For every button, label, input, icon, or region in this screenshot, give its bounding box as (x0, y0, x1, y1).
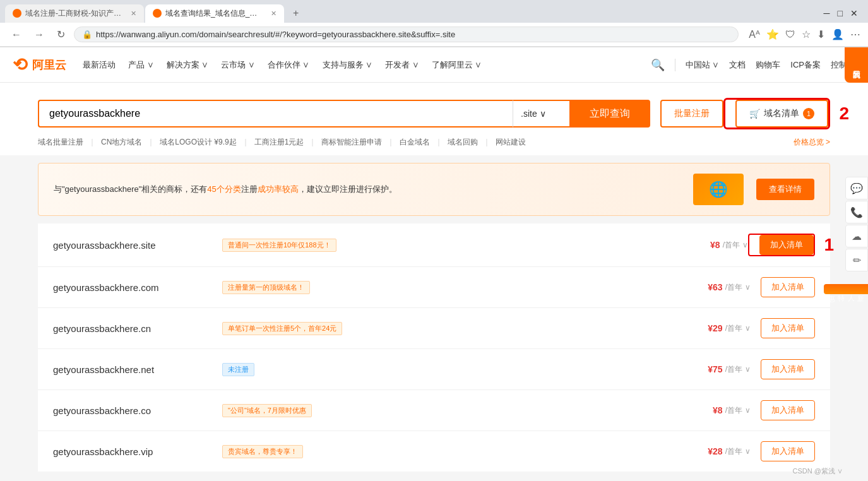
add-to-list-btn-1[interactable]: 加入清单 (761, 277, 815, 297)
new-tab-button[interactable]: + (285, 4, 306, 23)
my-aliyun-btn[interactable]: 我的阿里云 (845, 47, 868, 83)
banner-highlight-1: 45个分类 (207, 184, 241, 194)
nav-cart[interactable]: 购物车 (756, 59, 780, 71)
forward-btn[interactable]: → (30, 28, 48, 42)
tab-1[interactable]: 域名注册-工商财税-知识产权-差... ✕ (5, 4, 144, 23)
browser-window-controls: ─ □ ✕ (819, 6, 863, 21)
user-avatar[interactable]: 👤 (831, 28, 844, 40)
sidebar-chat[interactable]: 💬 (845, 177, 868, 199)
add-to-list-btn-0[interactable]: 加入清单 (759, 235, 814, 255)
nav-icp[interactable]: ICP备案 (790, 59, 821, 71)
nav-about[interactable]: 了解阿里云 ∨ (431, 57, 484, 73)
link-trademark[interactable]: 商标智能注册申请 (321, 137, 382, 148)
minimize-btn[interactable]: ─ (824, 8, 830, 18)
domain-row-2: getyourassbackhere.cn 单笔订单一次性注册5个，首年24元 … (38, 308, 830, 349)
trademark-banner: 与"getyourassbackhere"相关的商标，还有45个分类注册成功率较… (38, 163, 830, 216)
address-bar[interactable]: 🔒 https://wanwang.aliyun.com/domain/sear… (74, 27, 739, 42)
links-row: 域名批量注册 ｜ CN地方域名 ｜ 域名LOGO设计 ¥9.9起 ｜ 工商注册1… (38, 137, 830, 148)
logo[interactable]: ⟲ 阿里云 (13, 54, 66, 75)
banner-detail-btn[interactable]: 查看详情 (756, 179, 814, 200)
nav-developers[interactable]: 开发者 ∨ (384, 57, 420, 73)
tab-2[interactable]: 域名查询结果_域名信息_域名交... ✕ (145, 4, 284, 23)
banner-prefix: 与"getyourassbackhere"相关的商标，还有 (54, 184, 207, 194)
nav-latest-activities[interactable]: 最新活动 (81, 57, 117, 73)
link-premium-domain[interactable]: 白金域名 (400, 137, 430, 148)
domain-price-5: ¥28/首年 (708, 446, 742, 457)
banner-image: 🌐 (693, 174, 744, 205)
sidebar-phone[interactable]: 📞 (845, 201, 868, 223)
domain-chevron-5[interactable]: ∨ (745, 447, 751, 456)
nav-solutions[interactable]: 解决方案 ∨ (165, 57, 210, 73)
extension-icon[interactable]: ⭐ (766, 28, 779, 40)
close-btn[interactable]: ✕ (850, 8, 858, 18)
suffix-chevron: ∨ (540, 109, 546, 119)
tab-1-favicon (13, 9, 21, 18)
domain-list-btn[interactable]: 🛒 域名清单 1 (735, 100, 828, 128)
shield-icon[interactable]: 🛡 (785, 29, 795, 40)
domain-name-3: getyourassbackhere.net (53, 364, 217, 375)
link-logo-design[interactable]: 域名LOGO设计 ¥9.9起 (160, 137, 236, 148)
domain-chevron-1[interactable]: ∨ (745, 283, 751, 292)
add-to-list-btn-3[interactable]: 加入清单 (761, 359, 815, 379)
domain-tag-2: 单笔订单一次性注册5个，首年24元 (222, 322, 342, 335)
batch-register-btn[interactable]: 批量注册 (660, 100, 723, 128)
lock-icon: 🔒 (82, 30, 92, 39)
domain-price-2: ¥29/首年 (708, 323, 742, 334)
nav-marketplace[interactable]: 云市场 ∨ (220, 57, 256, 73)
domain-chevron-0[interactable]: ∨ (742, 240, 748, 249)
phone-icon: 📞 (850, 206, 863, 218)
domain-chevron-3[interactable]: ∨ (745, 365, 751, 374)
suffix-select[interactable]: .site ∨ (513, 100, 569, 128)
domain-search-input[interactable] (38, 100, 513, 128)
nav-partners[interactable]: 合作伙伴 ∨ (266, 57, 311, 73)
domain-chevron-2[interactable]: ∨ (745, 324, 751, 333)
right-sidebar: 💬 📞 ☁ ✏ (845, 177, 868, 271)
annotation-2: 2 (839, 104, 849, 124)
domain-row-5: getyourassbackhere.vip 贵宾域名，尊贵专享！ ¥28/首年… (38, 431, 830, 472)
bookmark-icon[interactable]: ☆ (802, 28, 811, 40)
more-options-btn[interactable]: ⋯ (850, 28, 860, 40)
domain-row-0: getyourassbackhere.site 普通间一次性注册10年仅188元… (38, 223, 830, 267)
nav-docs[interactable]: 文档 (729, 59, 746, 71)
logo-text: 阿里云 (32, 57, 66, 73)
nav-support[interactable]: 支持与服务 ∨ (321, 57, 374, 73)
edit-icon: ✏ (853, 254, 861, 266)
new-user-btn[interactable]: 新人特惠 (824, 284, 868, 294)
chat-icon: 💬 (850, 182, 863, 194)
link-domain-buyback[interactable]: 域名回购 (448, 137, 478, 148)
link-cn-domain[interactable]: CN地方域名 (101, 137, 142, 148)
link-business-register[interactable]: 工商注册1元起 (254, 137, 304, 148)
banner-text: 与"getyourassbackhere"相关的商标，还有45个分类注册成功率较… (54, 184, 681, 195)
sidebar-cloud[interactable]: ☁ (845, 225, 868, 247)
link-batch-register[interactable]: 域名批量注册 (38, 137, 83, 148)
link-website-build[interactable]: 网站建设 (496, 137, 526, 148)
cart-badge: 1 (803, 108, 814, 119)
main-nav: 最新活动 产品 ∨ 解决方案 ∨ 云市场 ∨ 合作伙伴 ∨ 支持与服务 ∨ 开发… (81, 57, 651, 73)
save-icon[interactable]: ⬇ (817, 28, 825, 40)
suffix-value: .site (521, 109, 537, 119)
tab-2-close[interactable]: ✕ (271, 9, 276, 18)
banner-highlight-2: 成功率较高 (258, 184, 299, 194)
nav-products[interactable]: 产品 ∨ (127, 57, 155, 73)
nav-right: 🔍 中国站 ∨ 文档 购物车 ICP备案 控制台 (651, 58, 855, 72)
price-overview-link[interactable]: 价格总览 > (794, 137, 830, 148)
domain-list: getyourassbackhere.site 普通间一次性注册10年仅188元… (38, 223, 830, 472)
search-btn[interactable]: 🔍 (651, 58, 665, 72)
tab-1-close[interactable]: ✕ (131, 9, 136, 18)
maximize-btn[interactable]: □ (838, 8, 843, 18)
domain-tag-4: "公司"域名，7月限时优惠 (222, 404, 312, 417)
reload-btn[interactable]: ↻ (53, 27, 69, 42)
domain-chevron-4[interactable]: ∨ (745, 406, 751, 415)
sidebar-edit[interactable]: ✏ (845, 249, 868, 271)
domain-tag-1: 注册量第一的顶级域名！ (222, 281, 310, 294)
add-to-list-btn-4[interactable]: 加入清单 (761, 400, 815, 420)
profile-icon[interactable]: Aᴬ (749, 28, 760, 40)
nav-region[interactable]: 中国站 ∨ (686, 59, 720, 71)
add-to-list-btn-5[interactable]: 加入清单 (761, 441, 815, 461)
tab-2-label: 域名查询结果_域名信息_域名交... (165, 8, 265, 19)
domain-price-1: ¥63/首年 (708, 282, 742, 293)
search-submit-btn[interactable]: 立即查询 (569, 100, 650, 128)
add-to-list-btn-2[interactable]: 加入清单 (761, 318, 815, 338)
back-btn[interactable]: ← (8, 28, 25, 42)
domain-price-4: ¥8/首年 (713, 405, 742, 416)
